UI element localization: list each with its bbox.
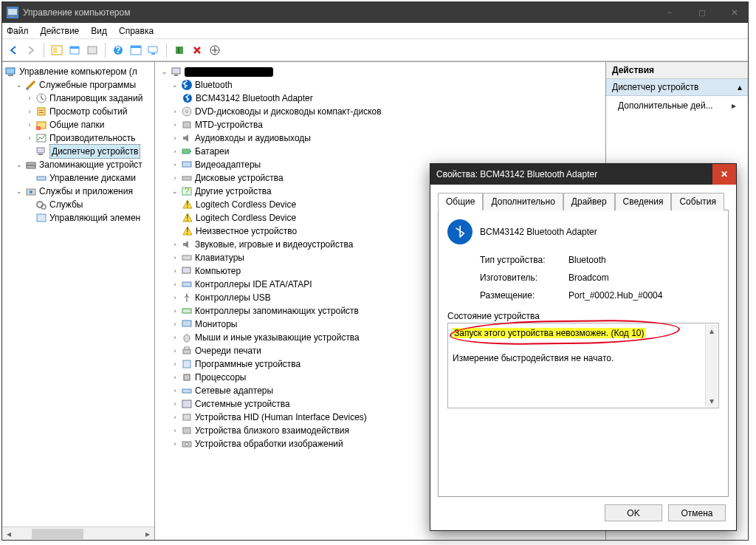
forward-button[interactable]: [23, 42, 39, 58]
scope-tree[interactable]: Управление компьютером (л ⌄ Служебные пр…: [2, 62, 155, 540]
collapse-icon[interactable]: ⌄: [16, 188, 23, 195]
performance-item[interactable]: ›Производительность: [26, 131, 153, 145]
bluetooth-adapter-item[interactable]: BCM43142 Bluetooth Adapter: [182, 92, 601, 105]
scroll-down-icon[interactable]: ▾: [706, 394, 718, 407]
batteries-label: Батареи: [195, 145, 229, 158]
actions-section-device-manager[interactable]: Диспетчер устройств ▴: [606, 79, 748, 96]
dialog-titlebar[interactable]: Свойства: BCM43142 Bluetooth Adapter ✕: [430, 164, 736, 185]
expand-icon[interactable]: ›: [26, 134, 33, 142]
task-scheduler-item[interactable]: ›Планировщик заданий: [26, 92, 153, 105]
svg-point-67: [185, 443, 188, 446]
maximize-button[interactable]: ◻: [693, 7, 711, 18]
update-driver-button[interactable]: [207, 42, 223, 58]
collapse-icon[interactable]: ⌄: [171, 188, 179, 195]
mtd-category[interactable]: ›MTD-устройства: [171, 118, 601, 131]
expand-icon[interactable]: ›: [26, 121, 33, 128]
expand-icon[interactable]: ›: [171, 294, 179, 301]
audio-io-category[interactable]: ›Аудиовходы и аудиовыходы: [171, 131, 601, 145]
status-scrollbar[interactable]: ▴ ▾: [705, 324, 718, 407]
scan-hardware-button[interactable]: [171, 42, 188, 58]
gpu-icon: [181, 159, 193, 171]
collapse-icon[interactable]: ⌄: [161, 68, 168, 75]
tab-advanced[interactable]: Дополнительно: [483, 193, 563, 210]
collapse-icon[interactable]: ⌄: [171, 81, 179, 89]
expand-icon[interactable]: ›: [171, 307, 179, 315]
view-columns-button[interactable]: [128, 42, 144, 58]
dialog-close-button[interactable]: ✕: [712, 164, 736, 185]
properties-button[interactable]: [66, 42, 83, 58]
dvd-category[interactable]: ›DVD-дисководы и дисководы компакт-диско…: [171, 105, 601, 118]
menu-file[interactable]: Файл: [7, 26, 29, 36]
storage-group[interactable]: ⌄ Запоминающие устройст: [16, 158, 153, 171]
performance-label: Производительность: [49, 131, 135, 145]
cancel-button[interactable]: Отмена: [668, 504, 726, 521]
help-button[interactable]: ?: [110, 42, 126, 58]
bluetooth-category[interactable]: ⌄ Bluetooth: [171, 78, 601, 92]
uninstall-button[interactable]: [189, 42, 205, 58]
scroll-left-icon[interactable]: ◂: [2, 527, 16, 540]
tab-events[interactable]: События: [671, 193, 724, 210]
expand-icon[interactable]: ›: [171, 134, 179, 142]
services-apps-group[interactable]: ⌄ Службы и приложения: [16, 185, 153, 198]
device-status-box[interactable]: Запуск этого устройства невозможен. (Код…: [447, 323, 719, 408]
back-button[interactable]: [5, 42, 21, 58]
toolbar-sep: [166, 43, 167, 58]
scroll-up-icon[interactable]: ▴: [706, 324, 718, 337]
ok-button[interactable]: OK: [605, 504, 662, 521]
minimize-button[interactable]: −: [661, 7, 678, 18]
menu-action[interactable]: Действие: [41, 26, 80, 36]
expand-icon[interactable]: ›: [171, 241, 179, 248]
scroll-right-icon[interactable]: ▸: [141, 527, 154, 540]
export-button[interactable]: [84, 42, 100, 58]
wmi-control-item[interactable]: ›Управляющий элемен: [26, 211, 153, 224]
disk-management-item[interactable]: ›Управление дисками: [26, 171, 153, 185]
left-tree-scrollbar[interactable]: ◂ ▸: [2, 527, 154, 540]
expand-icon[interactable]: ›: [171, 374, 179, 381]
expand-icon[interactable]: ›: [171, 334, 179, 341]
expand-icon[interactable]: ›: [171, 440, 179, 448]
expand-icon[interactable]: ›: [171, 267, 179, 275]
titlebar[interactable]: Управление компьютером − ◻ ✕: [2, 2, 748, 23]
scroll-thumb[interactable]: [32, 529, 83, 539]
expand-icon[interactable]: ›: [171, 254, 179, 261]
expand-icon[interactable]: ›: [171, 387, 179, 394]
device-manager-item[interactable]: ›Диспетчер устройств: [26, 145, 153, 158]
cat-label: Процессоры: [195, 371, 247, 384]
expand-icon[interactable]: ›: [171, 400, 179, 408]
collapse-icon[interactable]: ⌄: [16, 161, 23, 168]
expand-icon[interactable]: ›: [26, 108, 33, 115]
performance-icon: [35, 132, 47, 144]
root-computer-management[interactable]: Управление компьютером (л: [5, 65, 153, 78]
collapse-icon[interactable]: ⌄: [16, 81, 23, 89]
menu-help[interactable]: Справка: [119, 26, 154, 36]
expand-icon[interactable]: ›: [171, 108, 179, 115]
location-value: Port_#0002.Hub_#0004: [568, 290, 719, 301]
menu-view[interactable]: Вид: [91, 26, 107, 36]
services-item[interactable]: ›Службы: [26, 198, 153, 211]
tab-general[interactable]: Общие: [438, 193, 483, 210]
expand-icon[interactable]: ›: [171, 148, 179, 155]
batteries-category[interactable]: ›Батареи: [171, 145, 601, 158]
expand-icon[interactable]: ›: [171, 281, 179, 288]
expand-icon[interactable]: ›: [171, 427, 179, 434]
event-viewer-item[interactable]: ›Просмотр событий: [26, 105, 153, 118]
expand-icon[interactable]: ›: [171, 360, 179, 368]
expand-icon[interactable]: ›: [171, 121, 179, 128]
expand-icon[interactable]: ›: [171, 174, 179, 182]
expand-icon[interactable]: ›: [171, 414, 179, 421]
expand-icon[interactable]: ›: [26, 95, 33, 102]
tab-driver[interactable]: Драйвер: [563, 193, 615, 210]
services-apps-icon: [25, 185, 37, 197]
close-button[interactable]: ✕: [726, 7, 743, 18]
cat-label: Контроллеры USB: [195, 291, 271, 304]
shared-folders-item[interactable]: ›Общие папки: [26, 118, 153, 131]
system-tools-group[interactable]: ⌄ Служебные программы: [16, 78, 153, 92]
expand-icon[interactable]: ›: [171, 347, 179, 354]
computer-root[interactable]: ⌄: [161, 65, 601, 78]
svg-rect-6: [70, 47, 79, 49]
show-hide-tree-button[interactable]: [49, 42, 65, 58]
actions-more-item[interactable]: Дополнительные дей... ▸: [606, 96, 748, 115]
expand-icon[interactable]: ›: [171, 161, 179, 168]
tab-details[interactable]: Сведения: [615, 193, 672, 210]
monitor-icon-button[interactable]: [145, 42, 162, 58]
